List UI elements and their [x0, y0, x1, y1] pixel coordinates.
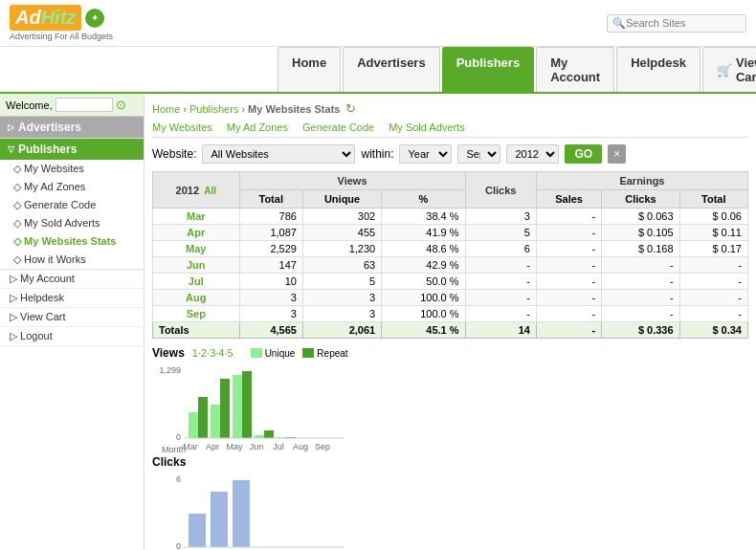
col-clicks-header: Clicks	[465, 172, 536, 209]
subnav-generatecode[interactable]: Generate Code	[302, 121, 374, 133]
search-box[interactable]: 🔍	[607, 14, 746, 33]
content: Home › Publishers › My Websites Stats ↻ …	[145, 94, 756, 550]
month-link-sep[interactable]: Sep	[187, 308, 206, 319]
sidebar-section-advertisers: ▷ Advertisers	[0, 117, 144, 139]
nav-helpdesk[interactable]: Helpdesk	[616, 47, 700, 92]
totals-clicks: 14	[465, 322, 536, 339]
arrow-down-icon: ▽	[8, 144, 14, 154]
table-body: Mar 786 302 38.4 % 3 - $ 0.063 $ 0.06 Ap…	[153, 209, 748, 322]
month-link-aug[interactable]: Aug	[186, 292, 206, 303]
breadcrumb: Home › Publishers › My Websites Stats ↻	[152, 101, 748, 116]
legend-unique-color	[251, 348, 262, 358]
table-row: Mar 786 302 38.4 % 3 - $ 0.063 $ 0.06	[153, 209, 748, 225]
logo-hitz: Hitz	[41, 7, 77, 28]
month-link-may[interactable]: May	[186, 243, 206, 254]
legend-repeat-color	[302, 348, 314, 358]
subnav-mywebsites[interactable]: My Websites	[152, 121, 212, 133]
sidebar-header-publishers[interactable]: ▽ Publishers	[0, 139, 144, 160]
views-svg: 1,299 0 Month	[152, 362, 344, 448]
go-button[interactable]: GO	[565, 144, 602, 164]
close-button[interactable]: ×	[608, 144, 626, 164]
sidebar-item-myadzones[interactable]: ◇ My Ad Zones	[0, 178, 144, 196]
year-select[interactable]: 2012	[506, 144, 559, 164]
sub-nav: My Websites My Ad Zones Generate Code My…	[152, 121, 748, 138]
search-icon: 🔍	[612, 17, 626, 30]
svg-text:Jun: Jun	[250, 442, 264, 451]
subnav-mysoldadverts[interactable]: My Sold Adverts	[389, 121, 464, 133]
sidebar-item-mysoldadverts[interactable]: ◇ My Sold Adverts	[0, 214, 144, 232]
website-label: Website:	[152, 147, 196, 161]
nav-viewcart[interactable]: 🛒View Cart	[702, 47, 756, 92]
month-link-jul[interactable]: Jul	[189, 275, 204, 287]
legend-repeat-label: Repeat	[317, 348, 347, 359]
legend-unique-label: Unique	[265, 348, 296, 359]
svg-text:0: 0	[176, 432, 181, 442]
sidebar-item-howitworks[interactable]: ◇ How it Works	[0, 251, 144, 269]
sidebar-item-mywebsitesstats[interactable]: ◇ My Websites Stats	[0, 232, 144, 251]
refresh-icon[interactable]: ↻	[345, 101, 356, 116]
svg-text:May: May	[226, 442, 243, 451]
sidebar: Welcome, ⊙ ▷ Advertisers ▽ Publishers ◇ …	[0, 94, 145, 550]
totals-e-total: $ 0.34	[679, 322, 747, 339]
svg-text:Mar: Mar	[183, 442, 198, 451]
breadcrumb-publishers[interactable]: Publishers	[189, 103, 238, 115]
month-link-apr[interactable]: Apr	[187, 227, 205, 238]
month-link-jun[interactable]: Jun	[187, 259, 206, 271]
breadcrumb-current: My Websites Stats	[248, 103, 340, 115]
col-total: Total	[239, 190, 302, 209]
col-year: 2012 All	[153, 172, 240, 209]
bar-may-unique	[233, 375, 242, 438]
nav-myaccount[interactable]: My Account	[536, 47, 614, 92]
col-percent: %	[382, 190, 465, 209]
sidebar-item-helpdesk[interactable]: ▷ Helpdesk	[0, 289, 144, 308]
nav-publishers[interactable]: Publishers	[442, 47, 534, 92]
table-row: Jul 10 5 50.0 % - - - -	[153, 274, 748, 290]
welcome-label: Welcome,	[6, 99, 53, 111]
all-link[interactable]: All	[204, 186, 216, 196]
stats-table: 2012 All Views Clicks Earnings Total Uni…	[152, 171, 748, 339]
nav-home[interactable]: Home	[278, 47, 341, 92]
totals-total: 4,565	[239, 322, 302, 339]
clicks-chart-title: Clicks	[152, 455, 186, 469]
month-link-mar[interactable]: Mar	[187, 210, 206, 222]
views-chart-link[interactable]: 1·2·3·4·5	[192, 347, 233, 359]
nav-advertisers[interactable]: Advertisers	[343, 47, 440, 92]
filter-bar: Website: All Websites within: YearMonthW…	[152, 144, 748, 164]
period-select[interactable]: YearMonthWeek	[399, 144, 452, 164]
bar-mar-repeat	[198, 397, 208, 438]
views-chart: Views 1·2·3·4·5 Unique Repeat	[152, 346, 748, 451]
main-nav: Home Advertisers Publishers My Account H…	[0, 47, 756, 94]
svg-text:1,299: 1,299	[159, 365, 181, 375]
sidebar-item-logout[interactable]: ▷ Logout	[0, 327, 144, 346]
sidebar-item-viewcart[interactable]: ▷ View Cart	[0, 308, 144, 327]
bar-may-repeat	[242, 371, 252, 438]
sidebar-header-advertisers[interactable]: ▷ Advertisers	[0, 117, 144, 138]
svg-text:Month: Month	[162, 445, 186, 454]
breadcrumb-home[interactable]: Home	[152, 103, 180, 115]
sidebar-item-myaccount[interactable]: ▷ My Account	[0, 270, 144, 289]
subnav-myadzones[interactable]: My Ad Zones	[227, 121, 288, 133]
table-row: Apr 1,087 455 41.9 % 5 - $ 0.105 $ 0.11	[153, 225, 748, 241]
month-select[interactable]: Sep	[457, 144, 500, 164]
svg-text:Jul: Jul	[273, 442, 284, 451]
user-icon[interactable]: ⊙	[116, 98, 126, 112]
sidebar-item-generatecode[interactable]: ◇ Generate Code	[0, 196, 144, 214]
logo-ad: Ad	[15, 7, 41, 28]
sidebar-item-mywebsites[interactable]: ◇ My Websites	[0, 160, 144, 178]
sidebar-section-publishers: ▽ Publishers ◇ My Websites ◇ My Ad Zones…	[0, 139, 144, 270]
logo: AdHitz ✦ Advertising For All Budgets	[10, 5, 113, 41]
svg-text:Aug: Aug	[293, 442, 308, 451]
username-input[interactable]	[56, 98, 113, 112]
legend: Unique Repeat	[251, 348, 348, 359]
within-label: within:	[361, 147, 393, 161]
col-e-total: Total	[679, 190, 747, 209]
search-input[interactable]	[626, 17, 741, 29]
bar-apr-repeat	[220, 379, 230, 438]
svg-text:6: 6	[176, 474, 181, 484]
table-row: Sep 3 3 100.0 % - - - -	[153, 306, 748, 322]
totals-percent: 45.1 %	[382, 322, 465, 339]
totals-unique: 2,061	[302, 322, 381, 339]
table-row: Aug 3 3 100.0 % - - - -	[153, 290, 748, 306]
website-select[interactable]: All Websites	[202, 144, 355, 164]
totals-e-clicks: $ 0.336	[602, 322, 679, 339]
